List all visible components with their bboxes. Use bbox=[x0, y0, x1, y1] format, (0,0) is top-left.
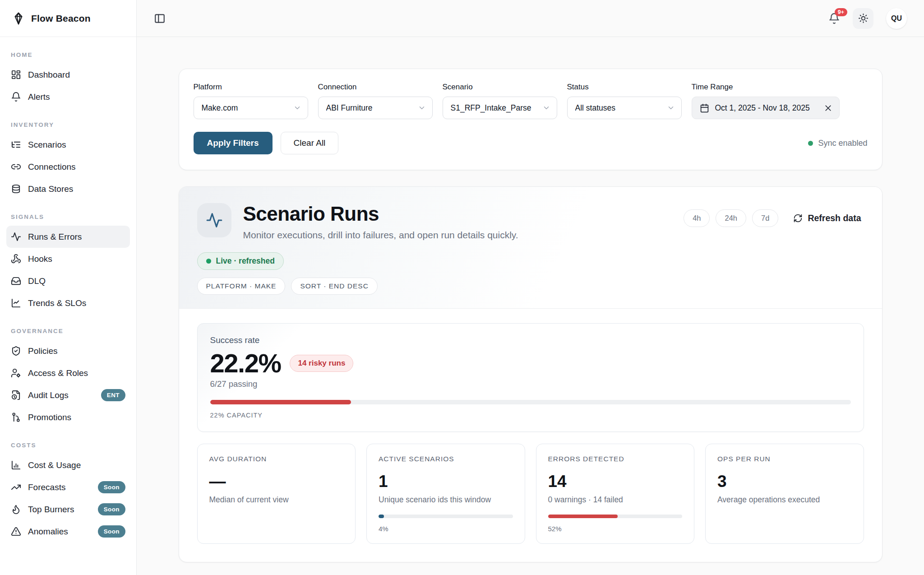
soon-badge: Soon bbox=[98, 503, 125, 515]
trending-up-icon bbox=[11, 482, 21, 492]
sidebar-item-label: Policies bbox=[28, 346, 57, 356]
theme-toggle-button[interactable] bbox=[853, 8, 873, 29]
sidebar-item-label: Top Burners bbox=[28, 505, 74, 515]
connection-select[interactable]: ABI Furniture bbox=[318, 97, 433, 119]
scenario-select[interactable]: S1_RFP_Intake_Parse bbox=[443, 97, 557, 119]
sidebar-item-label: DLQ bbox=[28, 276, 46, 286]
metric-label: ACTIVE SCENARIOS bbox=[379, 455, 513, 463]
activity-icon bbox=[11, 232, 21, 242]
scenario-value: S1_RFP_Intake_Parse bbox=[451, 103, 542, 113]
sidebar-item-hooks[interactable]: Hooks bbox=[6, 248, 130, 270]
metric-value: 3 bbox=[717, 472, 852, 491]
platform-label: Platform bbox=[194, 83, 308, 92]
link-icon bbox=[11, 162, 21, 172]
time-range-picker[interactable]: Oct 1, 2025 - Nov 18, 2025 bbox=[692, 97, 840, 119]
sidebar-item-label: Runs & Errors bbox=[28, 232, 82, 242]
filter-chips: PLATFORM · MAKE SORT · END DESC bbox=[197, 278, 864, 295]
status-value: All statuses bbox=[575, 103, 667, 113]
sidebar-toggle-button[interactable] bbox=[154, 13, 166, 24]
live-badge-label: Live · refreshed bbox=[216, 256, 275, 266]
sidebar-item-trends-slos[interactable]: Trends & SLOs bbox=[6, 292, 130, 314]
clear-all-button[interactable]: Clear All bbox=[281, 132, 339, 154]
webhook-icon bbox=[11, 254, 21, 264]
main-content: Platform Make.com Connection ABI Furnitu… bbox=[137, 0, 924, 575]
sidebar-item-scenarios[interactable]: Scenarios bbox=[6, 134, 130, 156]
range-pill-4h[interactable]: 4h bbox=[684, 209, 710, 227]
refresh-icon bbox=[793, 213, 803, 223]
list-tree-icon bbox=[11, 139, 21, 150]
platform-select[interactable]: Make.com bbox=[194, 97, 308, 119]
metric-sub: Median of current view bbox=[209, 495, 344, 505]
clear-time-range-icon[interactable] bbox=[823, 103, 833, 113]
sidebar-item-anomalies[interactable]: Anomalies Soon bbox=[6, 520, 130, 543]
sync-status-dot bbox=[808, 141, 813, 146]
sidebar-item-label: Dashboard bbox=[28, 70, 70, 80]
filter-panel: Platform Make.com Connection ABI Furnitu… bbox=[179, 69, 882, 170]
time-range-label: Time Range bbox=[692, 83, 840, 92]
panel-left-icon bbox=[154, 13, 166, 24]
sync-status: Sync enabled bbox=[808, 139, 867, 148]
notifications-button[interactable]: 9+ bbox=[828, 13, 840, 24]
refresh-data-button[interactable]: Refresh data bbox=[790, 213, 864, 224]
success-progress-fill bbox=[210, 400, 351, 404]
sidebar-item-top-burners[interactable]: Top Burners Soon bbox=[6, 498, 130, 520]
alert-triangle-icon bbox=[11, 526, 21, 537]
success-rate-label: Success rate bbox=[210, 335, 851, 345]
user-avatar[interactable]: QU bbox=[886, 8, 907, 29]
apply-filters-button[interactable]: Apply Filters bbox=[194, 132, 273, 154]
scenario-field: Scenario S1_RFP_Intake_Parse bbox=[443, 83, 557, 119]
success-rate-card: Success rate 22.2% 14 risky runs 6/27 pa… bbox=[197, 323, 864, 432]
page-title: Scenario Runs bbox=[243, 203, 518, 225]
platform-value: Make.com bbox=[202, 103, 293, 113]
sidebar-item-promotions[interactable]: Promotions bbox=[6, 406, 130, 428]
sidebar-item-label: Scenarios bbox=[28, 140, 66, 150]
metric-sub: 0 warnings · 14 failed bbox=[548, 495, 683, 505]
sidebar-item-label: Trends & SLOs bbox=[28, 298, 86, 308]
user-cog-icon bbox=[11, 368, 21, 378]
scenario-runs-panel: Scenario Runs Monitor executions, drill … bbox=[179, 186, 882, 562]
sidebar-item-forecasts[interactable]: Forecasts Soon bbox=[6, 476, 130, 498]
metric-percent-label: 4% bbox=[379, 525, 513, 533]
sidebar-item-label: Connections bbox=[28, 162, 76, 172]
connection-value: ABI Furniture bbox=[326, 103, 418, 113]
scenario-runs-icon-tile bbox=[197, 203, 231, 237]
capacity-label: 22% CAPACITY bbox=[210, 412, 851, 419]
metric-label: ERRORS DETECTED bbox=[548, 455, 683, 463]
metric-label: OPS PER RUN bbox=[717, 455, 852, 463]
sidebar-section-signals: SIGNALS bbox=[6, 213, 130, 220]
sidebar-item-alerts[interactable]: Alerts bbox=[6, 86, 130, 108]
sidebar-item-dlq[interactable]: DLQ bbox=[6, 270, 130, 292]
metric-label: AVG DURATION bbox=[209, 455, 344, 463]
time-range-field: Time Range Oct 1, 2025 - Nov 18, 2025 bbox=[692, 83, 840, 119]
soon-badge: Soon bbox=[98, 525, 125, 538]
success-rate-value: 22.2% bbox=[210, 348, 281, 378]
metric-progress-track bbox=[379, 515, 513, 518]
sidebar-item-label: Access & Roles bbox=[28, 368, 88, 378]
status-select[interactable]: All statuses bbox=[567, 97, 682, 119]
metric-card-errors-detected: ERRORS DETECTED 14 0 warnings · 14 faile… bbox=[536, 444, 695, 544]
metric-card-avg-duration: AVG DURATION — Median of current view bbox=[197, 444, 356, 544]
live-dot bbox=[206, 259, 211, 264]
chevron-down-icon bbox=[293, 104, 301, 112]
range-pill-24h[interactable]: 24h bbox=[716, 209, 746, 227]
sidebar-item-dashboard[interactable]: Dashboard bbox=[6, 64, 130, 86]
sidebar-item-access-roles[interactable]: Access & Roles bbox=[6, 362, 130, 384]
range-pill-7d[interactable]: 7d bbox=[752, 209, 778, 227]
topbar: 9+ QU bbox=[137, 0, 924, 37]
passing-ratio-label: 6/27 passing bbox=[210, 379, 851, 389]
sidebar-item-policies[interactable]: Policies bbox=[6, 340, 130, 362]
sidebar-item-cost-usage[interactable]: Cost & Usage bbox=[6, 454, 130, 476]
success-progress-track bbox=[210, 400, 851, 404]
sidebar-item-data-stores[interactable]: Data Stores bbox=[6, 178, 130, 200]
sidebar-item-audit-logs[interactable]: Audit Logs ENT bbox=[6, 384, 130, 406]
sidebar-item-label: Hooks bbox=[28, 254, 52, 264]
chevron-down-icon bbox=[667, 104, 675, 112]
sidebar-item-runs-errors[interactable]: Runs & Errors bbox=[6, 226, 130, 248]
scenario-runs-body: Success rate 22.2% 14 risky runs 6/27 pa… bbox=[179, 309, 882, 562]
chevron-down-icon bbox=[418, 104, 426, 112]
metric-progress-fill bbox=[548, 515, 618, 518]
sidebar-item-connections[interactable]: Connections bbox=[6, 156, 130, 178]
metric-card-active-scenarios: ACTIVE SCENARIOS 1 Unique scenario ids t… bbox=[366, 444, 525, 544]
metric-value: — bbox=[209, 472, 344, 491]
metric-sub: Unique scenario ids this window bbox=[379, 495, 513, 505]
